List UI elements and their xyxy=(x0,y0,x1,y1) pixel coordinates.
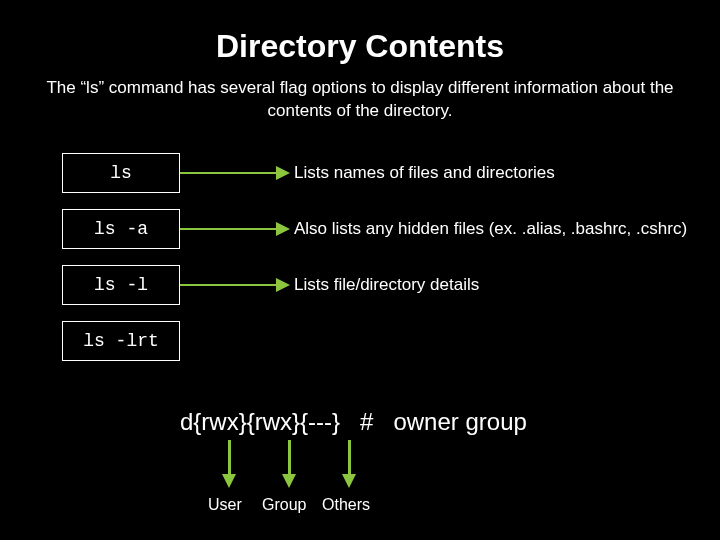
command-row: ls -lrt xyxy=(62,313,720,369)
arrow-right-icon xyxy=(180,166,290,180)
slide-subtitle: The “ls” command has several flag option… xyxy=(0,77,720,145)
command-row: ls -l Lists file/directory details xyxy=(62,257,720,313)
arrow-down-icon xyxy=(342,440,356,488)
slide-title: Directory Contents xyxy=(0,0,720,77)
arrow-right-icon xyxy=(180,222,290,236)
command-box: ls -l xyxy=(62,265,180,305)
command-row: ls -a Also lists any hidden files (ex. .… xyxy=(62,201,720,257)
arrow-down-icon xyxy=(222,440,236,488)
arrow-right-icon xyxy=(180,278,290,292)
command-box: ls -lrt xyxy=(62,321,180,361)
command-rows: ls Lists names of files and directories … xyxy=(0,145,720,369)
command-row: ls Lists names of files and directories xyxy=(62,145,720,201)
arrow-down-icon xyxy=(282,440,296,488)
permissions-line: d{rwx}{rwx}{---} # owner group xyxy=(180,408,527,436)
command-box: ls xyxy=(62,153,180,193)
command-description: Lists file/directory details xyxy=(290,274,479,296)
perm-label-group: Group xyxy=(262,496,306,514)
command-description: Also lists any hidden files (ex. .alias,… xyxy=(290,218,687,240)
command-box: ls -a xyxy=(62,209,180,249)
perm-label-user: User xyxy=(208,496,242,514)
perm-label-others: Others xyxy=(322,496,370,514)
command-description: Lists names of files and directories xyxy=(290,162,555,184)
